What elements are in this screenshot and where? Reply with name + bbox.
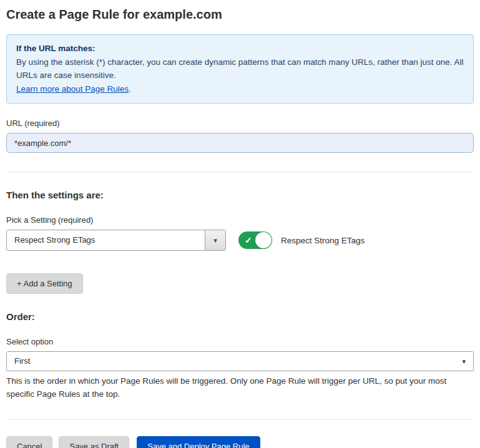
- learn-more-link[interactable]: Learn more about Page Rules: [16, 84, 129, 94]
- info-box-heading: If the URL matches:: [16, 42, 464, 56]
- info-link-line: Learn more about Page Rules.: [16, 82, 464, 96]
- setting-toggle[interactable]: ✓: [238, 231, 272, 249]
- chevron-down-icon: ▾: [462, 358, 466, 366]
- page-title: Create a Page Rule for example.com: [6, 7, 474, 22]
- order-select-value: First: [14, 352, 30, 371]
- cancel-button[interactable]: Cancel: [6, 436, 52, 448]
- setting-toggle-label: Respect Strong ETags: [281, 236, 365, 245]
- divider-top: [6, 172, 474, 172]
- setting-row: Respect Strong ETags ▾ ✓ Respect Strong …: [6, 230, 474, 251]
- setting-select[interactable]: Respect Strong ETags ▾: [6, 230, 226, 251]
- info-box: If the URL matches: By using the asteris…: [6, 34, 474, 104]
- add-setting-button[interactable]: + Add a Setting: [6, 273, 83, 294]
- save-draft-button[interactable]: Save as Draft: [59, 436, 129, 448]
- chevron-down-icon[interactable]: ▾: [205, 230, 225, 250]
- action-bar: Cancel Save as Draft Save and Deploy Pag…: [6, 436, 474, 448]
- url-input[interactable]: [6, 133, 474, 153]
- order-help-text: This is the order in which your Page Rul…: [6, 375, 474, 401]
- page-rule-form: Create a Page Rule for example.com If th…: [0, 0, 480, 448]
- divider-bottom: [6, 419, 474, 420]
- order-label: Select option: [6, 337, 474, 346]
- url-label: URL (required): [6, 119, 474, 128]
- order-heading: Order:: [6, 311, 474, 322]
- settings-heading: Then the settings are:: [6, 190, 474, 200]
- link-suffix: .: [129, 84, 131, 94]
- pick-setting-label: Pick a Setting (required): [6, 215, 474, 225]
- check-icon: ✓: [245, 234, 252, 246]
- order-select[interactable]: First ▾: [6, 351, 474, 371]
- save-deploy-button[interactable]: Save and Deploy Page Rule: [137, 436, 260, 448]
- toggle-knob: [255, 232, 272, 248]
- info-box-body: By using the asterisk (*) character, you…: [16, 56, 464, 82]
- setting-select-value: Respect Strong ETags: [7, 230, 102, 250]
